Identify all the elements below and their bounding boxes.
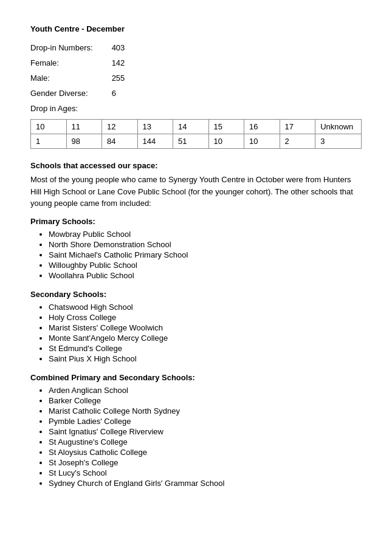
drop-in-ages-label: Drop in Ages: bbox=[30, 104, 78, 113]
age-header-cell: 12 bbox=[102, 120, 138, 134]
age-header-cell: 16 bbox=[244, 120, 280, 134]
age-value-cell: 84 bbox=[102, 134, 138, 149]
list-item: Sydney Church of England Girls' Grammar … bbox=[49, 479, 362, 488]
list-item: Pymble Ladies' College bbox=[49, 417, 362, 426]
secondary-schools-title: Secondary Schools: bbox=[30, 290, 362, 299]
gender-diverse-label: Gender Diverse: bbox=[30, 89, 109, 98]
age-header-cell: 10 bbox=[31, 120, 67, 134]
list-item: Holy Cross College bbox=[49, 313, 362, 322]
male-label: Male: bbox=[30, 74, 109, 83]
age-value-cell: 10 bbox=[244, 134, 280, 149]
list-item: Chatswood High School bbox=[49, 303, 362, 312]
age-value-cell: 2 bbox=[280, 134, 315, 149]
list-item: Marist Sisters' College Woolwich bbox=[49, 323, 362, 332]
female-label: Female: bbox=[30, 58, 109, 67]
list-item: Saint Ignatius' College Riverview bbox=[49, 427, 362, 436]
age-header-cell: 17 bbox=[280, 120, 315, 134]
combined-schools-title: Combined Primary and Secondary Schools: bbox=[30, 373, 362, 382]
list-item: Monte Sant'Angelo Mercy College bbox=[49, 333, 362, 343]
page-title: Youth Centre - December bbox=[30, 24, 362, 33]
age-header-cell: Unknown bbox=[315, 120, 362, 134]
list-item: Willoughby Public School bbox=[49, 261, 362, 270]
schools-intro-text: Most of the young people who came to Syn… bbox=[30, 174, 362, 210]
list-item: North Shore Demonstration School bbox=[49, 240, 362, 249]
list-item: St Edmund's College bbox=[49, 344, 362, 353]
age-value-cell: 10 bbox=[208, 134, 244, 149]
age-value-cell: 3 bbox=[315, 134, 362, 149]
secondary-schools-list: Chatswood High SchoolHoly Cross CollegeM… bbox=[30, 303, 362, 363]
age-value-cell: 1 bbox=[31, 134, 67, 149]
age-value-cell: 98 bbox=[66, 134, 102, 149]
list-item: Barker College bbox=[49, 396, 362, 405]
age-header-cell: 11 bbox=[66, 120, 102, 134]
combined-schools-list: Arden Anglican SchoolBarker CollegeMaris… bbox=[30, 386, 362, 488]
age-header-cell: 13 bbox=[137, 120, 173, 134]
age-header-cell: 14 bbox=[173, 120, 209, 134]
list-item: Mowbray Public School bbox=[49, 230, 362, 239]
male-value: 255 bbox=[112, 74, 125, 83]
list-item: Saint Pius X High School bbox=[49, 354, 362, 363]
age-value-cell: 51 bbox=[173, 134, 209, 149]
list-item: St Lucy's School bbox=[49, 468, 362, 477]
list-item: Marist Catholic College North Sydney bbox=[49, 406, 362, 415]
primary-schools-list: Mowbray Public SchoolNorth Shore Demonst… bbox=[30, 230, 362, 280]
age-value-cell: 144 bbox=[137, 134, 173, 149]
age-table: 1011121314151617Unknown 1988414451101023 bbox=[30, 119, 362, 149]
drop-in-value: 403 bbox=[112, 43, 125, 52]
age-header-cell: 15 bbox=[208, 120, 244, 134]
female-value: 142 bbox=[112, 58, 125, 67]
drop-in-label: Drop-in Numbers: bbox=[30, 43, 109, 52]
list-item: Saint Michael's Catholic Primary School bbox=[49, 250, 362, 259]
list-item: St Augustine's College bbox=[49, 437, 362, 446]
list-item: St Aloysius Catholic College bbox=[49, 448, 362, 457]
list-item: Woollahra Public School bbox=[49, 271, 362, 280]
gender-diverse-value: 6 bbox=[112, 89, 116, 98]
list-item: Arden Anglican School bbox=[49, 386, 362, 395]
list-item: St Joseph's College bbox=[49, 458, 362, 467]
schools-access-title: Schools that accessed our space: bbox=[30, 161, 362, 170]
primary-schools-title: Primary Schools: bbox=[30, 217, 362, 226]
